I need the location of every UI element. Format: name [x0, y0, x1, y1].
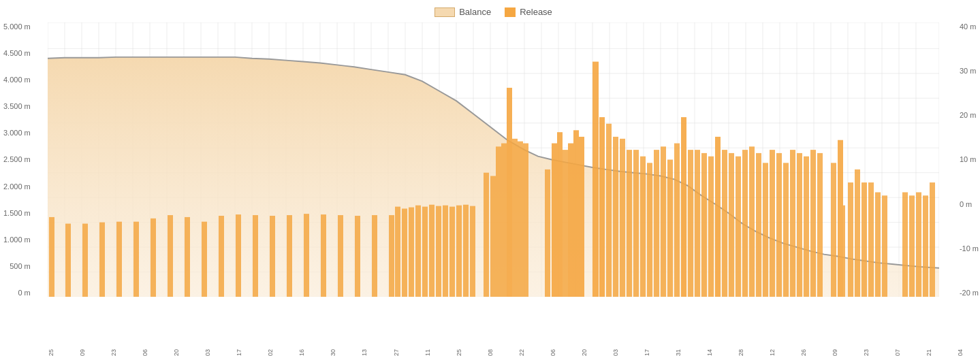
x-label: 2020-12-07	[894, 349, 901, 356]
release-bar	[133, 222, 139, 297]
main-svg	[48, 22, 939, 297]
release-bar	[409, 208, 414, 297]
x-label: 2020-05-11	[424, 349, 431, 356]
release-bar	[443, 206, 448, 297]
x-label: 2020-01-06	[142, 349, 148, 356]
release-bar	[355, 216, 360, 297]
release-bar	[470, 206, 475, 297]
release-bar	[923, 195, 928, 297]
release-bar	[620, 139, 625, 297]
release-bar	[708, 157, 714, 297]
release-bar	[797, 153, 802, 297]
release-bar	[501, 144, 507, 297]
release-bar	[456, 206, 462, 297]
release-bar	[484, 173, 489, 297]
release-bar	[552, 144, 557, 297]
release-bar	[848, 182, 853, 297]
right-axis-label: 10 m	[960, 155, 976, 163]
release-bar	[817, 153, 823, 297]
right-axis: 40 m 30 m 20 m 10 m 0 m -10 m -20 m	[960, 22, 979, 297]
release-bar	[654, 150, 659, 297]
release-bar	[429, 205, 434, 297]
release-bar	[633, 150, 639, 297]
release-bar	[688, 150, 693, 297]
left-axis-label: 0 m	[18, 289, 30, 297]
release-bar	[82, 224, 88, 297]
release-bar	[219, 216, 224, 297]
right-axis-label: 0 m	[960, 200, 972, 208]
x-label: 2021-01-04	[957, 349, 964, 356]
release-bar	[722, 150, 727, 297]
release-bar	[512, 139, 518, 297]
x-label: 2020-10-12	[769, 349, 776, 356]
release-bar	[270, 216, 275, 297]
x-label: 2020-03-02	[267, 349, 274, 356]
legend-balance: Balance	[434, 7, 491, 17]
release-bar	[930, 182, 935, 297]
x-label: 2020-01-20	[173, 349, 180, 356]
release-bar	[507, 88, 512, 297]
release-bar	[810, 150, 816, 297]
x-label: 2020-08-31	[675, 349, 682, 356]
release-bar	[715, 137, 721, 297]
release-bar	[185, 217, 190, 297]
release-bar	[640, 157, 646, 297]
release-bar	[681, 117, 686, 297]
release-bar	[402, 208, 407, 297]
release-bar	[518, 142, 523, 297]
release-bar	[729, 153, 734, 297]
release-bar	[321, 214, 326, 297]
release-bar	[49, 217, 54, 297]
left-axis-label: 4.500 m	[3, 49, 31, 57]
release-bar	[902, 192, 908, 297]
release-bar	[563, 150, 568, 297]
release-bar	[287, 215, 292, 297]
release-bar	[855, 169, 860, 297]
x-label: 2019-12-09	[79, 349, 86, 356]
x-label: 2020-11-09	[832, 349, 838, 356]
x-label: 2020-09-28	[738, 349, 744, 356]
release-bar	[736, 157, 741, 297]
release-bar	[65, 224, 71, 297]
release-bar	[463, 205, 469, 297]
release-bar	[415, 206, 421, 297]
release-bar	[436, 206, 441, 297]
release-bar	[756, 153, 761, 297]
release-swatch	[505, 7, 516, 17]
x-label: 2019-12-23	[110, 349, 117, 356]
left-axis-label: 3.500 m	[3, 102, 31, 110]
release-bar	[838, 140, 843, 297]
x-label: 2019-11-25	[48, 349, 54, 356]
release-bar	[606, 124, 612, 297]
release-bar	[592, 62, 599, 297]
release-bar	[843, 206, 845, 297]
release-bar	[674, 144, 680, 297]
release-bar	[168, 215, 173, 297]
left-axis: 5.000 m 4.500 m 4.000 m 3.500 m 3.000 m …	[3, 22, 31, 297]
release-bar	[875, 192, 881, 297]
x-label: 2020-04-13	[361, 349, 368, 356]
release-bar	[395, 207, 400, 297]
release-bar	[695, 150, 700, 297]
chart-area: 5.000 m 4.500 m 4.000 m 3.500 m 3.000 m …	[48, 22, 939, 297]
x-label: 2020-08-03	[612, 349, 619, 356]
release-bar	[116, 222, 122, 297]
left-axis-label: 500 m	[10, 262, 31, 270]
right-axis-label: 20 m	[960, 111, 976, 119]
left-axis-label: 1.500 m	[3, 209, 31, 217]
chart-legend: Balance Release	[48, 7, 939, 17]
x-label: 2020-10-26	[800, 349, 807, 356]
release-bar	[776, 153, 782, 297]
release-bar	[449, 207, 455, 297]
release-bar	[579, 137, 584, 297]
x-label: 2020-07-20	[581, 349, 588, 356]
release-bar	[627, 150, 632, 297]
release-bar	[151, 219, 156, 297]
release-bar	[545, 169, 550, 297]
balance-label: Balance	[459, 7, 491, 17]
release-bar	[490, 176, 496, 297]
release-bar	[599, 117, 605, 297]
left-axis-label: 4.000 m	[3, 76, 31, 84]
release-bar	[372, 215, 377, 297]
release-bar	[742, 150, 748, 297]
